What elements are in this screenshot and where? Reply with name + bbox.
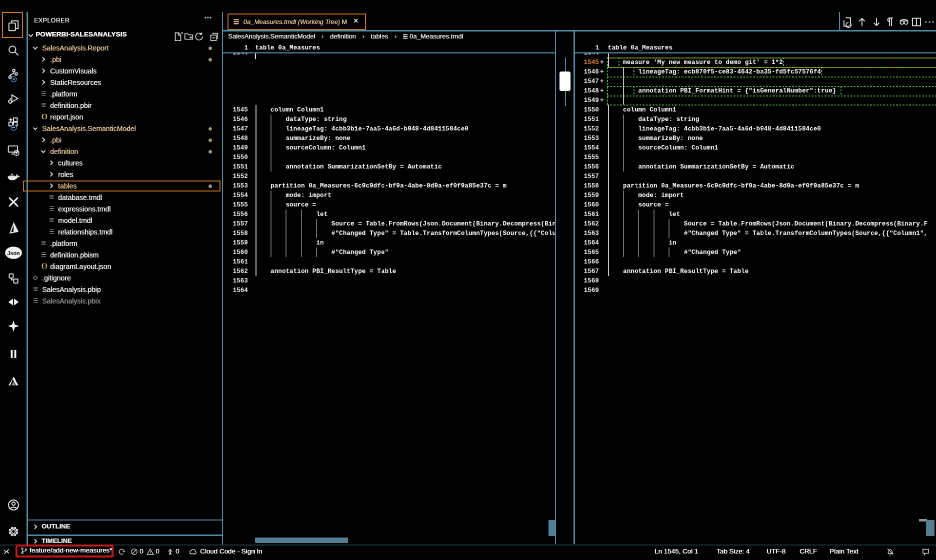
- svg-text:Json: Json: [7, 250, 20, 256]
- svg-text:4: 4: [13, 78, 15, 82]
